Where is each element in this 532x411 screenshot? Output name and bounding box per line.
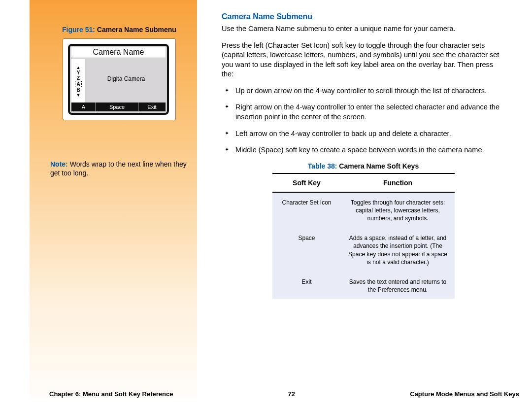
scroll-char: Z [77, 75, 80, 81]
table-row: Exit Saves the text entered and returns … [272, 273, 455, 299]
section-heading: Camera Name Submenu [222, 12, 505, 21]
footer-section: Capture Mode Menus and Soft Keys [410, 390, 519, 398]
note-text: Words wrap to the next line when they ge… [50, 160, 187, 177]
note-label: Note: [50, 160, 68, 168]
page-number: 72 [173, 390, 410, 398]
softkey-middle: Space [96, 103, 138, 111]
figure-label: Figure 51: [62, 26, 95, 34]
char-scroll-column: ▲ Y Z A B ▼ [71, 59, 85, 103]
table-header: Function [341, 173, 455, 192]
table-row: Character Set Icon Toggles through four … [272, 192, 455, 230]
list-item: Left arrow on the 4-way controller to ba… [235, 129, 505, 139]
list-item: Right arrow on the 4-way controller to e… [235, 103, 505, 122]
bullet-list: Up or down arrow on the 4-way controller… [222, 86, 505, 155]
figure-title: Camera Name Submenu [95, 26, 176, 34]
scroll-char: B [76, 87, 80, 93]
softkey-bar: A Space Exit [71, 103, 166, 111]
softkeys-table: Soft Key Function Character Set Icon Tog… [272, 173, 455, 299]
camera-title: Camera Name [71, 47, 166, 58]
softkey-right: Exit [138, 103, 166, 111]
figure-caption: Figure 51: Camera Name Submenu [50, 26, 188, 34]
list-item: Middle (Space) soft key to create a spac… [235, 145, 505, 155]
main-content: Camera Name Submenu Use the Camera Name … [222, 12, 505, 299]
table-cell: Character Set Icon [272, 192, 341, 230]
table-cell: Exit [272, 273, 341, 299]
table-label: Table 38: [308, 162, 337, 170]
table-caption: Table 38: Camera Name Soft Keys [222, 162, 505, 170]
paragraph: Use the Camera Name submenu to enter a u… [222, 24, 505, 34]
table-cell: Toggles through four character sets: cap… [341, 192, 455, 230]
camera-screen: Camera Name ▲ Y Z A B ▼ Digita Camera A … [68, 44, 169, 115]
arrow-up-icon: ▲ [76, 65, 81, 70]
table-header: Soft Key [272, 173, 341, 192]
list-item: Up or down arrow on the 4-way controller… [235, 86, 505, 96]
footer-chapter: Chapter 6: Menu and Soft Key Reference [49, 390, 173, 398]
sidebar: Figure 51: Camera Name Submenu Camera Na… [30, 0, 197, 399]
camera-name-text: Digita Camera [85, 58, 167, 103]
camera-screenshot: Camera Name ▲ Y Z A B ▼ Digita Camera A … [63, 38, 176, 120]
table-title: Camera Name Soft Keys [337, 162, 419, 170]
paragraph: Press the left (Character Set Icon) soft… [222, 41, 505, 79]
table-cell: Adds a space, instead of a letter, and a… [341, 229, 455, 273]
table-row: Space Adds a space, instead of a letter,… [272, 229, 455, 273]
table-cell: Saves the text entered and returns to th… [341, 273, 455, 299]
softkey-left: A [71, 103, 96, 111]
arrow-down-icon: ▼ [76, 93, 81, 98]
page-footer: Chapter 6: Menu and Soft Key Reference 7… [30, 390, 522, 398]
note: Note: Words wrap to the next line when t… [50, 160, 188, 177]
scroll-char-selected: A [75, 81, 81, 87]
table-cell: Space [272, 229, 341, 273]
scroll-char: Y [77, 70, 80, 75]
